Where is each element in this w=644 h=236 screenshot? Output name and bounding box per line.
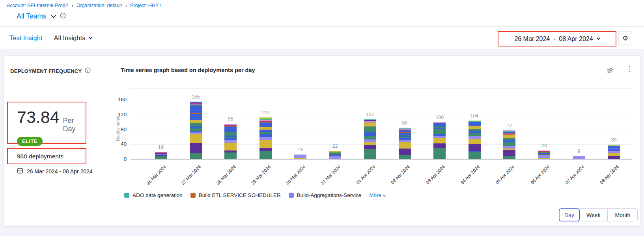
bar-segment (503, 150, 515, 156)
gridline (131, 100, 632, 100)
annotation-box-date-range: 26 Mar 2024 - 08 Apr 2024 (498, 31, 616, 46)
bar-segment (503, 140, 515, 143)
bar-segment (364, 123, 376, 126)
bar-segment (190, 123, 202, 126)
metric-line: 73.84 Per Day (17, 108, 86, 133)
chevron-right-icon: › (125, 3, 127, 8)
bar-07-Apr-2024[interactable] (573, 156, 585, 159)
settings-button[interactable]: ⚙ (618, 32, 632, 45)
sliders-filter-icon[interactable] (606, 67, 614, 76)
bar-30-Mar-2024[interactable] (294, 154, 306, 159)
chevron-down-icon[interactable] (89, 35, 93, 39)
bar-total-label: 100 (428, 115, 452, 120)
legend-item[interactable]: Build ETL SERVICE SCHEDULER (190, 192, 281, 198)
legend-more-link[interactable]: More (369, 192, 386, 198)
breadcrumb-link-project[interactable]: Project: HHY1 (130, 3, 161, 8)
gridline (131, 144, 632, 145)
bar-segment (294, 155, 306, 158)
y-tick-label: 80 (107, 126, 127, 132)
y-tick-label: 0 (107, 156, 127, 162)
x-axis-label: 03 Apr 2024 (414, 164, 446, 195)
bar-segment (608, 156, 620, 159)
granularity-month-button[interactable]: Month (607, 209, 637, 221)
chevron-right-icon: › (71, 3, 73, 8)
insight-name-link[interactable]: Test Insight (9, 34, 42, 42)
bar-segment (433, 138, 446, 143)
date-range-picker[interactable]: 26 Mar 2024 - 08 Apr 2024 (514, 35, 599, 43)
breadcrumb-link-account[interactable]: Account: SEI-Internal-Prod2 (7, 3, 68, 8)
bar-27-Mar-2024[interactable] (190, 102, 202, 159)
info-icon[interactable] (85, 67, 91, 75)
x-axis-label: 08 Apr 2024 (589, 164, 620, 195)
bar-segment (538, 155, 550, 158)
widget-header: DEPLOYMENT FREQUENCY (10, 67, 91, 75)
widget-date-range-label: 26 Mar 2024 - 08 Apr 2024 (27, 168, 93, 175)
legend-label: ADO data generation (133, 192, 183, 198)
bar-segment (469, 122, 481, 126)
bar-segment (224, 152, 237, 159)
bar-segment (259, 148, 272, 151)
bar-02-Apr-2024[interactable] (399, 128, 411, 159)
granularity-day-button[interactable]: Day (559, 208, 580, 221)
x-axis-label: 30 Mar 2024 (275, 164, 306, 195)
team-selector[interactable]: All Teams (17, 12, 66, 20)
bar-08-Apr-2024[interactable] (608, 145, 620, 159)
date-range-label: 26 Mar 2024 - 08 Apr 2024 (514, 35, 593, 43)
annotation-box-metric: 73.84 Per Day ELITE (7, 102, 86, 144)
bar-31-Mar-2024[interactable] (329, 151, 341, 159)
bar-05-Apr-2024[interactable] (503, 130, 515, 159)
bar-04-Apr-2024[interactable] (469, 121, 481, 159)
bar-segment (538, 158, 550, 159)
bar-segment (259, 127, 272, 130)
divider (0, 26, 644, 27)
legend-item[interactable]: Build-Aggregations-Service (289, 192, 362, 198)
bar-06-Apr-2024[interactable] (538, 151, 550, 159)
bar-segment (259, 134, 272, 137)
insights-dropdown[interactable]: All Insights (54, 34, 85, 42)
bar-segment (469, 126, 481, 129)
bar-segment (608, 153, 620, 156)
bar-segment (399, 155, 411, 159)
bar-01-Apr-2024[interactable] (364, 119, 376, 159)
bar-29-Mar-2024[interactable] (259, 117, 272, 159)
team-selector-label[interactable]: All Teams (17, 12, 47, 20)
bar-segment (364, 132, 376, 136)
x-axis-label: 04 Apr 2024 (449, 164, 480, 195)
insight-content: DEPLOYMENT FREQUENCY Time series graph b… (0, 49, 644, 236)
x-axis-line (131, 159, 632, 160)
bar-segment (224, 129, 237, 132)
bar-total-label: 107 (358, 112, 382, 117)
metric-unit: Per Day (63, 117, 86, 133)
bar-segment (364, 149, 376, 159)
bar-total-label: 19 (149, 145, 173, 150)
bar-28-Mar-2024[interactable] (224, 124, 237, 159)
metric-value: 73.84 (17, 108, 60, 126)
y-tick-label: 40 (107, 141, 127, 147)
gridline (131, 115, 632, 115)
bar-segment (224, 132, 237, 135)
granularity-week-button[interactable]: Week (579, 209, 608, 221)
info-icon[interactable] (60, 13, 66, 20)
bar-total-label: 95 (219, 116, 243, 122)
bar-03-Apr-2024[interactable] (433, 122, 446, 159)
breadcrumb-link-organization[interactable]: Organization: default (77, 3, 122, 8)
x-axis-label: 26 Mar 2024 (136, 164, 167, 195)
bar-segment (364, 126, 376, 132)
bar-segment (190, 106, 202, 113)
bar-segment (190, 120, 202, 123)
legend-item[interactable]: ADO data generation (124, 192, 183, 198)
bar-segment (190, 114, 202, 120)
bar-total-label: 39 (602, 137, 625, 143)
y-tick-label: 120 (107, 111, 127, 117)
x-axis-label: 06 Apr 2024 (519, 164, 550, 195)
chevron-down-icon[interactable] (51, 13, 56, 18)
bar-segment (364, 142, 376, 145)
x-axis-label: 01 Apr 2024 (345, 164, 376, 195)
bar-total-label: 22 (323, 143, 347, 149)
kebab-menu-icon[interactable]: ⋮ (626, 65, 633, 73)
plot-top-border (131, 88, 632, 89)
annotation-box-total-deployments: 960 deployments (7, 148, 86, 164)
deployment-frequency-widget: DEPLOYMENT FREQUENCY Time series graph b… (3, 55, 641, 227)
legend-label: Build-Aggregations-Service (297, 192, 362, 198)
bar-26-Mar-2024[interactable] (155, 152, 167, 159)
